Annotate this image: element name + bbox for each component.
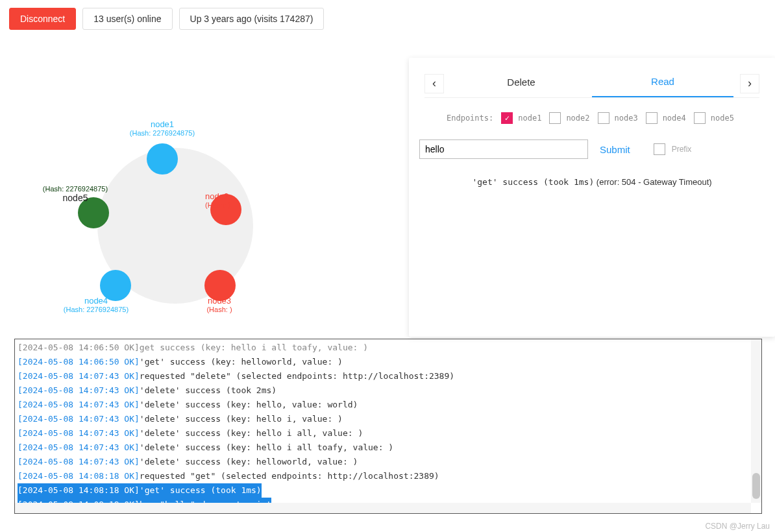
log-line: [2024-05-08 14:07:43 OK]'delete' success…: [18, 455, 759, 469]
log-console[interactable]: [2024-05-08 14:06:50 OK] get success (ke…: [14, 339, 762, 514]
endpoint-label: node4: [663, 114, 686, 123]
node-name: node2: [205, 191, 309, 201]
node-name: node3: [167, 296, 271, 306]
checkbox-node1[interactable]: ✓: [501, 112, 513, 124]
log-line: [2024-05-08 14:07:43 OK]'delete' success…: [18, 412, 759, 426]
node-circle-node1[interactable]: [147, 143, 178, 175]
result-mono: 'get' success (took 1ms): [472, 177, 594, 187]
scrollbar-vertical[interactable]: [751, 339, 761, 503]
checkbox-node5[interactable]: [694, 112, 706, 124]
log-line: [2024-05-08 14:08:18 OK]'get' success (t…: [18, 483, 759, 498]
watermark: CSDN @Jerry Lau: [705, 522, 770, 531]
scroll-thumb[interactable]: [752, 473, 760, 499]
log-line: [2024-05-08 14:08:18 OK]requested "get" …: [18, 469, 759, 483]
endpoints-label: Endpoints:: [447, 114, 493, 123]
node-label-node2: node2 (Hash: ): [205, 191, 309, 209]
input-row: Submit Prefix: [417, 130, 767, 165]
log-line: [2024-05-08 14:07:43 OK]'delete' success…: [18, 383, 759, 398]
tab-delete[interactable]: Delete: [450, 70, 592, 97]
node-label-node4: node4 (Hash: 2276924875): [44, 296, 148, 313]
top-toolbar: Disconnect 13 user(s) online Up 3 years …: [0, 0, 775, 38]
key-input[interactable]: [419, 139, 588, 159]
submit-button[interactable]: Submit: [600, 144, 630, 155]
endpoint-label: node1: [518, 114, 541, 123]
result-rest: (error: 504 - Gateway Timeout): [594, 177, 711, 187]
chevron-left-icon[interactable]: ‹: [424, 74, 444, 93]
node-name: node4: [44, 296, 148, 306]
node-hash: (Hash: 2276924875): [110, 129, 214, 137]
checkbox-node2[interactable]: [549, 112, 561, 124]
node-name: node5: [23, 193, 127, 203]
checkbox-node3[interactable]: [598, 112, 609, 124]
log-line: [2024-05-08 14:07:43 OK]'delete' success…: [18, 426, 759, 441]
action-panel: ‹ Delete Read › Endpoints: ✓node1 node2 …: [409, 58, 775, 337]
prefix-label: Prefix: [672, 145, 692, 154]
result-line: 'get' success (took 1ms) (error: 504 - G…: [417, 165, 767, 187]
disconnect-button[interactable]: Disconnect: [9, 8, 76, 30]
tab-row: ‹ Delete Read ›: [424, 69, 759, 98]
node-hash: (Hash: ): [205, 201, 309, 209]
node-label-node5: (Hash: 2276924875) node5: [23, 185, 127, 203]
checkbox-prefix[interactable]: [654, 143, 665, 155]
endpoint-label: node5: [711, 114, 734, 123]
cluster-ring: node1 (Hash: 2276924875) node2 (Hash: ) …: [0, 38, 396, 323]
users-online-badge[interactable]: 13 user(s) online: [82, 8, 172, 30]
node-hash: (Hash: 2276924875): [23, 185, 127, 193]
endpoint-label: node2: [566, 114, 589, 123]
uptime-badge[interactable]: Up 3 years ago (visits 174287): [179, 8, 325, 30]
log-line: [2024-05-08 14:06:50 OK]'get' success (k…: [18, 355, 759, 369]
endpoint-label: node3: [615, 114, 638, 123]
endpoints-row: Endpoints: ✓node1 node2 node3 node4 node…: [417, 98, 767, 130]
checkbox-node4[interactable]: [646, 112, 658, 124]
node-label-node3: node3 (Hash: ): [167, 296, 271, 313]
log-line: [2024-05-08 14:06:50 OK] get success (ke…: [18, 341, 759, 355]
log-line: [2024-05-08 14:07:43 OK]'delete' success…: [18, 398, 759, 412]
log-line: [2024-05-08 14:07:43 OK]requested "delet…: [18, 369, 759, 383]
chevron-right-icon[interactable]: ›: [740, 74, 759, 93]
node-hash: (Hash: ): [167, 306, 271, 313]
node-label-node1: node1 (Hash: 2276924875): [110, 119, 214, 137]
prefix-option: Prefix: [654, 143, 692, 155]
log-line: [2024-05-08 14:07:43 OK]'delete' success…: [18, 441, 759, 455]
scrollbar-horizontal[interactable]: [15, 503, 751, 513]
node-hash: (Hash: 2276924875): [44, 306, 148, 313]
node-name: node1: [110, 119, 214, 129]
tab-read[interactable]: Read: [592, 69, 733, 97]
